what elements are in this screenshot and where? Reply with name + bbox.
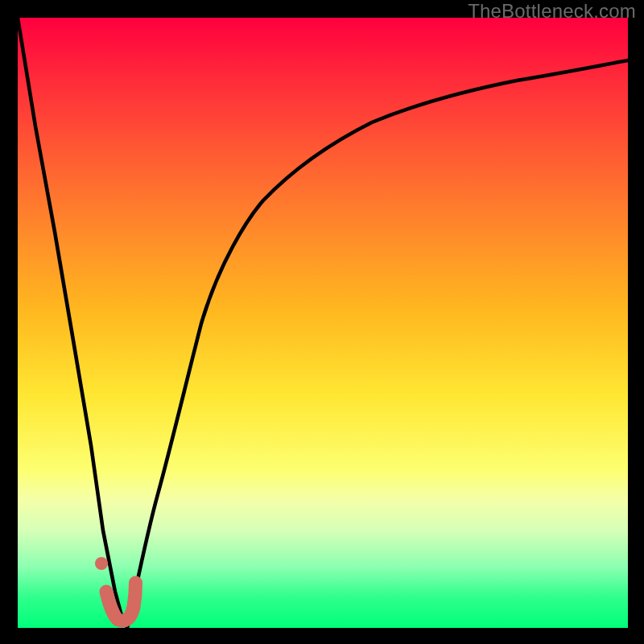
curves-layer xyxy=(18,18,628,628)
plot-area xyxy=(18,18,628,628)
marker-dot xyxy=(95,557,108,570)
marker-segment xyxy=(106,583,136,621)
rising-saturation-curve xyxy=(127,60,628,628)
chart-frame: TheBottleneck.com xyxy=(0,0,644,644)
left-falling-curve xyxy=(18,18,127,628)
